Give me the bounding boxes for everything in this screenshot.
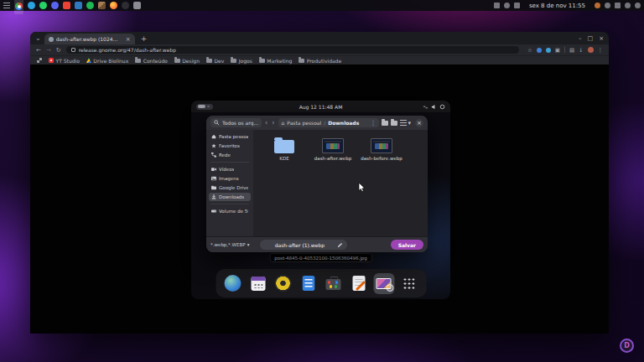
- bookmark-folder-jogos[interactable]: Jogos: [231, 58, 252, 64]
- dialog-footer: *.webp,*.WEBP ▾ Salvar: [206, 236, 428, 252]
- screenshot-icon[interactable]: [595, 3, 600, 8]
- archive-icon: [302, 276, 314, 291]
- taskbar-chrome[interactable]: [14, 0, 23, 14]
- filename-input[interactable]: [264, 242, 335, 248]
- gmail-icon[interactable]: [63, 2, 70, 9]
- logo-letter: D: [624, 343, 630, 349]
- tab-search-icon[interactable]: ⌄: [35, 34, 41, 43]
- tray-icon-3[interactable]: [514, 3, 520, 8]
- power-icon[interactable]: [635, 3, 641, 8]
- network-icon: [211, 153, 216, 158]
- view-toggle-button[interactable]: ▾: [400, 120, 411, 127]
- sidebar-item-home[interactable]: Pasta pessoal: [209, 132, 251, 141]
- bookmarks-bar: YT Studio Drive Biolinux Conteúdo Design…: [30, 55, 609, 65]
- new-tab-button[interactable]: +: [141, 34, 148, 43]
- forward-button[interactable]: →: [46, 47, 51, 54]
- downloads-icon[interactable]: ↓: [579, 47, 583, 54]
- pencil-icon[interactable]: [337, 242, 343, 248]
- telegram-icon[interactable]: [28, 2, 35, 9]
- panel-clock[interactable]: sex 8 de nov 11:55: [529, 3, 585, 9]
- extension-icon-1[interactable]: [537, 48, 542, 53]
- gnome-dock: [216, 269, 426, 297]
- sidebar-item-favorites[interactable]: Favoritos: [209, 142, 251, 150]
- bookmark-yt-studio[interactable]: YT Studio: [49, 58, 80, 64]
- top-panel: sex 8 de nov 11:55: [0, 0, 644, 11]
- sidebar-item-videos[interactable]: Vídeos: [209, 165, 251, 173]
- photos-icon[interactable]: [98, 2, 106, 9]
- file-type-scope-button[interactable]: Todos os arq...: [210, 118, 262, 127]
- new-folder-button[interactable]: [382, 121, 388, 126]
- sidebar-item-volume[interactable]: Volume de 500...: [209, 207, 251, 215]
- folder-icon: [174, 59, 180, 63]
- filename-field[interactable]: [260, 240, 347, 250]
- github-icon[interactable]: [122, 2, 129, 9]
- back-button[interactable]: ←: [36, 47, 41, 54]
- file-item-dash-before[interactable]: dash-before.webp: [362, 137, 401, 161]
- folder-options-button[interactable]: [391, 121, 397, 126]
- browser-tab[interactable]: dash-after.webp (1024... ×: [44, 34, 135, 44]
- text-editor-icon: [352, 276, 365, 291]
- bookmark-folder-design[interactable]: Design: [174, 58, 200, 64]
- browser-toolbar: ← → ↻ release.gnome.org/47/dash-after.we…: [30, 44, 609, 55]
- toolbar-divider: [564, 47, 565, 53]
- folder-icon: [274, 140, 294, 153]
- folder-icon: [206, 59, 212, 63]
- breadcrumb[interactable]: ⌂ Pasta pessoal / Downloads ⋮: [278, 118, 380, 127]
- extensions-puzzle-icon[interactable]: ▣: [555, 47, 560, 54]
- close-window-button[interactable]: ×: [599, 36, 604, 42]
- video-icon: [211, 167, 216, 172]
- breadcrumb-home[interactable]: Pasta pessoal: [287, 120, 321, 126]
- app-grid-icon: [403, 277, 415, 289]
- discord-icon[interactable]: [51, 2, 59, 9]
- bookmark-folder-conteudo[interactable]: Conteúdo: [135, 58, 168, 64]
- apps-grid-icon[interactable]: [37, 58, 42, 63]
- new-folder-icon: [382, 121, 388, 126]
- firefox-icon[interactable]: [110, 2, 117, 9]
- site-info-icon[interactable]: [71, 48, 75, 52]
- sidebar-item-images[interactable]: Imagens: [209, 174, 251, 183]
- file-item-dash-after[interactable]: dash-after.webp: [314, 137, 352, 161]
- window-controls: – □ ×: [579, 36, 604, 44]
- app-menu-icon[interactable]: [3, 3, 10, 8]
- sidebar-item-downloads[interactable]: Downloads: [209, 193, 251, 201]
- sidebar-item-network[interactable]: Rede: [209, 151, 251, 159]
- volume-icon[interactable]: [625, 3, 631, 8]
- bookmark-folder-marketing[interactable]: Marketing: [259, 58, 292, 64]
- chrome-icon: [15, 3, 23, 10]
- breadcrumb-current[interactable]: Downloads: [328, 120, 359, 126]
- network-icon[interactable]: [615, 3, 621, 8]
- minimize-button[interactable]: –: [579, 36, 582, 42]
- sidebar-divider: [210, 162, 249, 163]
- dialog-back-button[interactable]: ‹: [264, 119, 268, 127]
- bookmark-folder-dev[interactable]: Dev: [206, 58, 224, 64]
- display-icon[interactable]: [605, 3, 610, 8]
- dialog-forward-button[interactable]: ›: [271, 119, 275, 127]
- sidepanel-icon[interactable]: ▤: [569, 47, 574, 54]
- image-icon: [211, 176, 216, 181]
- extension-icon-2[interactable]: [546, 48, 551, 53]
- tray-icon-1[interactable]: [494, 3, 500, 8]
- address-bar[interactable]: release.gnome.org/47/dash-after.webp: [66, 46, 519, 54]
- whatsapp-icon[interactable]: [39, 2, 47, 9]
- reload-button[interactable]: ↻: [56, 47, 61, 54]
- trello-icon[interactable]: [75, 2, 82, 9]
- chevron-down-icon: ▾: [408, 120, 411, 127]
- bookmark-folder-produtividade[interactable]: Produtividade: [299, 58, 341, 64]
- sidebar-item-google-drive[interactable]: Google Drive: [209, 184, 251, 192]
- maximize-button[interactable]: □: [588, 36, 594, 42]
- tab-close-icon[interactable]: ×: [126, 36, 131, 43]
- files-icon[interactable]: [133, 2, 141, 9]
- spotify-icon[interactable]: [86, 2, 94, 9]
- breadcrumb-kebab-icon[interactable]: ⋮: [370, 120, 376, 127]
- tray-icon-2[interactable]: [504, 3, 510, 8]
- profile-avatar[interactable]: [588, 47, 594, 53]
- breadcrumb-separator: /: [324, 120, 325, 126]
- file-item-kde[interactable]: KDE: [265, 137, 304, 161]
- menu-kebab-icon[interactable]: ⋮: [598, 47, 604, 54]
- bookmark-star-icon[interactable]: ☆: [527, 47, 532, 54]
- save-button[interactable]: Salvar: [391, 240, 423, 250]
- file-filter-dropdown[interactable]: *.webp,*.WEBP ▾: [210, 242, 249, 247]
- dialog-close-button[interactable]: ×: [415, 119, 423, 127]
- tab-title: dash-after.webp (1024...: [56, 36, 123, 42]
- bookmark-drive[interactable]: Drive Biolinux: [86, 58, 128, 64]
